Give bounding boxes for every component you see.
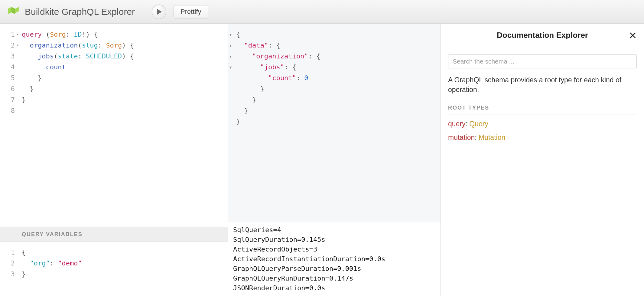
fold-marker-icon[interactable]: ▾ (17, 32, 19, 36)
query-editor-gutter: 1▾ 2▾ 3 4 5 6 7 8 (0, 24, 18, 227)
result-column: ▾ ▾ ▾ ▾ { "data": { "organization": { "j… (228, 24, 441, 296)
variables-code[interactable]: { "org": "demo" } (18, 242, 228, 296)
topbar: Buildkite GraphQL Explorer Prettify (0, 0, 644, 24)
docs-root-type: query: Query (448, 120, 637, 128)
query-variables-editor[interactable]: 1 2 3 { "org": "demo" } (0, 242, 228, 296)
app-title: Buildkite GraphQL Explorer (25, 7, 135, 17)
buildkite-logo-icon (7, 6, 19, 18)
docs-field-name: mutation (448, 133, 475, 141)
docs-column: Documentation Explorer A GraphQL schema … (441, 24, 644, 296)
docs-field-type-link[interactable]: Query (469, 120, 488, 128)
svg-marker-1 (11, 7, 15, 14)
result-code: { "data": { "organization": { "jobs": { … (235, 24, 441, 222)
fold-marker-icon[interactable]: ▾ (229, 29, 235, 40)
svg-marker-0 (8, 7, 11, 14)
play-icon (156, 9, 162, 15)
svg-marker-2 (15, 7, 19, 13)
prettify-button[interactable]: Prettify (174, 5, 208, 18)
docs-close-button[interactable] (628, 31, 637, 40)
fold-marker-icon[interactable]: ▾ (229, 40, 235, 51)
query-variables-header[interactable]: Query Variables (0, 227, 228, 242)
docs-body: A GraphQL schema provides a root type fo… (441, 47, 644, 154)
docs-section-title: Root Types (448, 105, 637, 114)
fold-marker-icon[interactable]: ▾ (229, 51, 235, 62)
docs-search-input[interactable] (448, 54, 637, 68)
result-fold-gutter: ▾ ▾ ▾ ▾ (228, 24, 235, 222)
docs-root-type: mutation: Mutation (448, 133, 637, 142)
docs-field-type-link[interactable]: Mutation (479, 133, 505, 141)
main-area: 1▾ 2▾ 3 4 5 6 7 8 query ($org: ID!) { or… (0, 24, 644, 296)
docs-field-name: query (448, 120, 466, 128)
close-icon (629, 31, 637, 39)
fold-marker-icon[interactable]: ▾ (17, 43, 19, 47)
variables-gutter: 1 2 3 (0, 242, 18, 296)
query-editor[interactable]: 1▾ 2▾ 3 4 5 6 7 8 query ($org: ID!) { or… (0, 24, 228, 227)
left-column: 1▾ 2▾ 3 4 5 6 7 8 query ($org: ID!) { or… (0, 24, 228, 296)
query-editor-code[interactable]: query ($org: ID!) { organization(slug: $… (18, 24, 228, 227)
execute-button[interactable] (152, 5, 166, 19)
docs-header: Documentation Explorer (441, 24, 644, 47)
result-pane[interactable]: ▾ ▾ ▾ ▾ { "data": { "organization": { "j… (228, 24, 441, 222)
docs-description: A GraphQL schema provides a root type fo… (448, 75, 637, 94)
svg-marker-3 (157, 9, 162, 15)
fold-marker-icon[interactable]: ▾ (229, 62, 235, 73)
docs-title: Documentation Explorer (497, 31, 588, 40)
result-footer-stats: SqlQueries=4 SqlQueryDuration=0.145s Act… (228, 222, 441, 296)
